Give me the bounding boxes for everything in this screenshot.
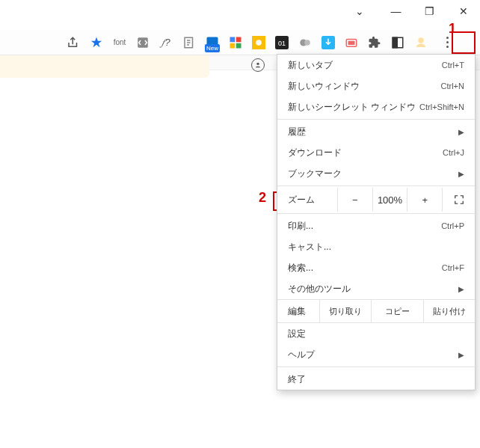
annotation-2: 2: [259, 190, 266, 206]
menu-shortcut: Ctrl+J: [443, 148, 464, 157]
svg-rect-15: [348, 41, 354, 44]
menu-label: ヘルプ: [288, 349, 315, 361]
menu-label: 履歴: [288, 126, 306, 138]
svg-text:01: 01: [278, 39, 286, 46]
reader-ext-icon[interactable]: [390, 35, 405, 50]
menu-label: 新しいシークレット ウィンドウ: [288, 101, 416, 114]
svg-point-19: [256, 63, 259, 65]
menu-separator: [277, 119, 475, 120]
news-extension-icon[interactable]: New: [205, 35, 220, 50]
share-icon[interactable]: [66, 35, 81, 50]
page-banner: [0, 55, 209, 78]
menu-downloads[interactable]: ダウンロード Ctrl+J: [277, 142, 475, 163]
fullscreen-button[interactable]: [442, 188, 475, 212]
menu-edit-row: 編集 切り取り コピー 貼り付け: [277, 299, 475, 323]
copy-button[interactable]: コピー: [371, 300, 422, 322]
menu-label: 終了: [288, 373, 306, 386]
extensions-icon[interactable]: [367, 35, 382, 50]
zoom-in-button[interactable]: +: [407, 188, 442, 212]
menu-bookmarks[interactable]: ブックマーク ▶: [277, 163, 475, 184]
menu-separator: [277, 213, 475, 214]
menu-label: 新しいタブ: [288, 59, 333, 72]
menu-label: ダウンロード: [288, 147, 342, 159]
note-icon[interactable]: [182, 35, 197, 50]
menu-cast[interactable]: キャスト...: [277, 236, 475, 257]
bookmark-star-icon[interactable]: [89, 35, 104, 50]
menu-label: 印刷...: [288, 220, 313, 233]
window-controls: ⌄ — ❐ ✕: [342, 0, 480, 22]
menu-help[interactable]: ヘルプ ▶: [277, 344, 475, 365]
menu-separator: [277, 366, 475, 367]
maximize-button[interactable]: ❐: [413, 0, 446, 22]
submenu-arrow-icon: ▶: [458, 285, 464, 293]
svg-rect-17: [393, 37, 397, 48]
menu-zoom-row: ズーム − 100% +: [277, 188, 475, 212]
menu-find[interactable]: 検索... Ctrl+F: [277, 257, 475, 278]
svg-rect-6: [236, 43, 241, 48]
submenu-arrow-icon: ▶: [458, 351, 464, 359]
submenu-arrow-icon: ▶: [458, 170, 464, 178]
profile-avatar[interactable]: [413, 35, 428, 50]
menu-shortcut: Ctrl+Shift+N: [419, 102, 464, 111]
cut-button[interactable]: 切り取り: [319, 300, 371, 322]
menu-label: 設定: [288, 328, 306, 340]
toolbar: font 𝑓? New 01: [0, 30, 480, 55]
menu-shortcut: Ctrl+N: [441, 82, 464, 90]
menu-settings[interactable]: 設定: [277, 323, 475, 344]
function-icon[interactable]: 𝑓?: [159, 35, 173, 50]
menu-print[interactable]: 印刷... Ctrl+P: [277, 215, 475, 236]
menu-label: その他のツール: [288, 283, 351, 295]
font-extension-icon[interactable]: font: [112, 35, 127, 50]
svg-rect-5: [230, 43, 236, 48]
svg-point-18: [418, 37, 424, 43]
screenshot-ext-icon[interactable]: [344, 35, 359, 50]
menu-new-tab[interactable]: 新しいタブ Ctrl+T: [277, 55, 475, 76]
menu-incognito[interactable]: 新しいシークレット ウィンドウ Ctrl+Shift+N: [277, 96, 475, 117]
counter-ext-icon[interactable]: 01: [274, 35, 289, 50]
menu-exit[interactable]: 終了: [277, 369, 475, 390]
menu-edit-label: 編集: [277, 300, 319, 322]
menu-label: 新しいウィンドウ: [288, 80, 360, 93]
menu-label: ブックマーク: [288, 168, 342, 180]
yellow-ext-icon[interactable]: [251, 35, 266, 50]
page-profile-icon[interactable]: [251, 58, 265, 72]
paste-button[interactable]: 貼り付け: [423, 300, 475, 322]
menu-shortcut: Ctrl+T: [442, 61, 464, 70]
svg-point-12: [304, 40, 310, 46]
devtools-icon[interactable]: [135, 35, 150, 50]
minimize-button[interactable]: —: [379, 0, 413, 22]
toolbar-icons: font 𝑓? New 01: [66, 32, 458, 53]
menu-separator: [277, 185, 475, 186]
menu-label: キャスト...: [288, 241, 331, 254]
main-menu: 新しいタブ Ctrl+T 新しいウィンドウ Ctrl+N 新しいシークレット ウ…: [277, 54, 476, 390]
submenu-arrow-icon: ▶: [458, 128, 464, 136]
menu-shortcut: Ctrl+F: [442, 263, 464, 272]
menu-shortcut: Ctrl+P: [441, 221, 464, 230]
menu-history[interactable]: 履歴 ▶: [277, 121, 475, 142]
svg-rect-3: [230, 37, 236, 42]
menu-label: 検索...: [288, 262, 313, 274]
google-icon[interactable]: [228, 35, 243, 50]
tab-dropdown-button[interactable]: ⌄: [342, 0, 376, 22]
grey-ext-icon[interactable]: [298, 35, 313, 50]
svg-rect-4: [236, 37, 241, 42]
menu-new-window[interactable]: 新しいウィンドウ Ctrl+N: [277, 76, 475, 96]
download-ext-icon[interactable]: [321, 35, 336, 50]
menu-zoom-label: ズーム: [277, 194, 337, 206]
zoom-out-button[interactable]: −: [337, 188, 372, 212]
svg-rect-2: [207, 37, 218, 45]
annotation-1-box: [452, 31, 476, 54]
menu-more-tools[interactable]: その他のツール ▶: [277, 278, 475, 299]
zoom-value: 100%: [372, 188, 407, 212]
svg-point-8: [256, 40, 262, 46]
close-button[interactable]: ✕: [446, 0, 480, 22]
